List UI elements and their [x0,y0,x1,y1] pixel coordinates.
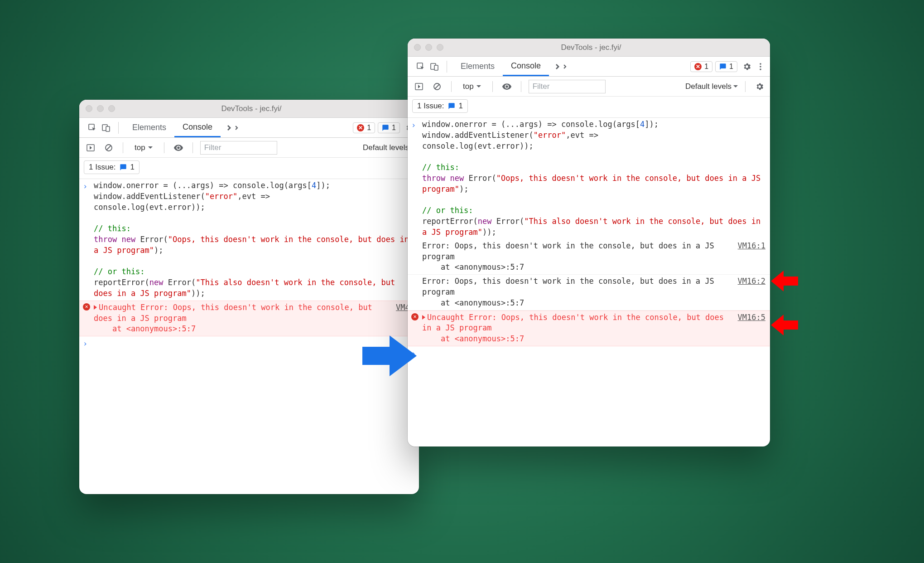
minimize-dot[interactable] [425,44,432,51]
console-prompt-row[interactable]: › [408,346,770,361]
titlebar: DevTools - jec.fyi/ [79,100,419,118]
error-icon: ✕ [411,313,419,320]
issue-bar: 1 Issue: 1 [79,158,419,179]
device-toggle-icon[interactable] [428,60,441,73]
tab-overflow[interactable] [221,118,246,137]
issue-bar: 1 Issue: 1 [408,97,770,118]
error-badge[interactable]: ✕ 1 [353,122,375,133]
expand-icon[interactable] [94,305,97,310]
filter-input[interactable] [529,80,606,93]
context-select[interactable]: top [130,142,157,154]
console-input-row[interactable]: › window.onerror = (...args) => console.… [408,118,770,239]
log-text: Error: Oops, this doesn't work in the co… [422,276,729,308]
error-count: 1 [367,124,371,132]
traffic-lights[interactable] [414,44,443,51]
zoom-dot[interactable] [108,105,115,112]
console-log-row[interactable]: Error: Oops, this doesn't work in the co… [408,275,770,310]
console-input-code: window.onerror = (...args) => console.lo… [94,180,414,299]
error-count: 1 [704,63,708,71]
context-label: top [135,143,145,152]
svg-rect-8 [434,65,438,70]
traffic-lights[interactable] [86,105,115,112]
close-dot[interactable] [86,105,92,112]
error-badge[interactable]: ✕ 1 [690,61,712,72]
window-title: DevTools - jec.fyi/ [443,43,739,52]
source-link[interactable]: VM16:2 [732,276,765,308]
levels-label: Default levels [685,82,732,91]
error-icon: ✕ [83,303,90,311]
error-dot-icon: ✕ [357,124,364,131]
error-text: Uncaught Error: Oops, this doesn't work … [422,313,728,344]
info-icon [719,63,727,70]
issues-count: 1 [130,163,135,172]
error-text: Uncaught Error: Oops, this doesn't work … [94,303,377,334]
zoom-dot[interactable] [437,44,443,51]
window-title: DevTools - jec.fyi/ [115,104,388,113]
console-prompt-row[interactable]: › [79,336,419,351]
info-icon [382,124,389,131]
issues-label: 1 Issue: [89,163,116,172]
context-label: top [463,82,474,91]
svg-line-5 [106,146,111,150]
context-select[interactable]: top [459,81,485,92]
tabbar: Elements Console ✕ 1 1 [408,57,770,77]
sidebar-toggle-icon[interactable] [412,80,426,93]
issues-icon [120,164,127,171]
source-link[interactable]: VM16:5 [732,312,765,345]
tab-elements[interactable]: Elements [452,57,503,76]
close-dot[interactable] [414,44,421,51]
svg-rect-2 [106,126,110,131]
console-error-row[interactable]: ✕ Uncaught Error: Oops, this doesn't wor… [408,311,770,346]
info-badge[interactable]: 1 [715,61,737,72]
console-toolbar: top Default levels [408,77,770,97]
titlebar: DevTools - jec.fyi/ [408,39,770,57]
clear-console-icon[interactable] [430,80,444,93]
sidebar-toggle-icon[interactable] [84,141,97,155]
console-log-row[interactable]: Error: Oops, this doesn't work in the co… [408,239,770,275]
devtools-window-left: DevTools - jec.fyi/ Elements Console ✕ 1… [79,100,419,494]
inspect-icon[interactable] [414,60,428,73]
console-body: › window.onerror = (...args) => console.… [79,179,419,494]
tab-console[interactable]: Console [174,118,221,137]
log-levels-select[interactable]: Default levels [685,82,738,91]
console-settings-icon[interactable] [753,80,766,93]
filter-input[interactable] [200,141,277,155]
info-count: 1 [729,63,733,71]
error-dot-icon: ✕ [694,63,702,70]
svg-point-11 [760,68,761,70]
device-toggle-icon[interactable] [99,121,113,135]
log-text: Error: Oops, this doesn't work in the co… [422,241,729,273]
devtools-window-right: DevTools - jec.fyi/ Elements Console ✕ 1… [408,39,770,447]
tab-elements[interactable]: Elements [124,118,174,137]
tab-overflow[interactable] [549,57,574,76]
info-badge[interactable]: 1 [378,122,400,133]
minimize-dot[interactable] [97,105,104,112]
tabbar: Elements Console ✕ 1 1 [79,118,419,138]
svg-point-9 [760,63,761,65]
console-toolbar: top Default levels [79,138,419,158]
issues-label: 1 Issue: [417,102,444,111]
console-body: › window.onerror = (...args) => console.… [408,118,770,447]
console-input-row[interactable]: › window.onerror = (...args) => console.… [79,179,419,301]
tab-console[interactable]: Console [503,57,549,76]
more-menu-icon[interactable] [754,60,767,73]
live-expression-icon[interactable] [500,80,514,93]
settings-icon[interactable] [740,60,754,73]
live-expression-icon[interactable] [172,141,185,155]
issues-count: 1 [459,102,463,111]
levels-label: Default levels [363,143,409,152]
source-link[interactable]: VM16:1 [732,241,765,273]
expand-icon[interactable] [422,315,425,320]
svg-line-14 [435,84,439,89]
clear-console-icon[interactable] [102,141,116,155]
console-error-row[interactable]: ✕ Uncaught Error: Oops, this doesn't wor… [79,301,419,336]
info-count: 1 [392,124,396,132]
issues-icon [448,102,455,110]
inspect-icon[interactable] [86,121,99,135]
console-input-code: window.onerror = (...args) => console.lo… [422,119,765,238]
issues-button[interactable]: 1 Issue: 1 [84,160,140,174]
issues-button[interactable]: 1 Issue: 1 [412,99,468,113]
svg-point-10 [760,66,761,68]
